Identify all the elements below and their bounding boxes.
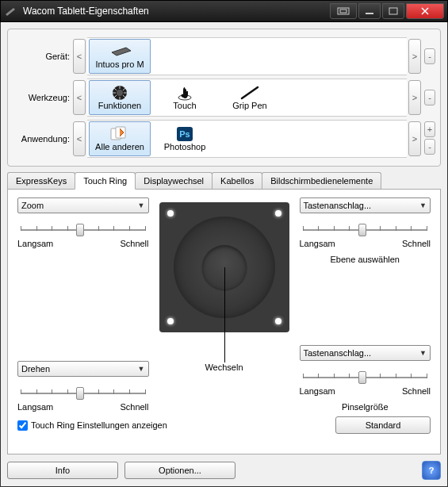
tool-remove-button[interactable]: - <box>424 90 435 105</box>
tool-label: Werkzeug: <box>13 93 70 102</box>
tab-bildschirmbedienelemente[interactable]: Bildschirmbedienelemente <box>262 172 381 190</box>
pen-icon <box>239 85 261 101</box>
window-extra-button[interactable] <box>330 3 357 19</box>
mode-dropdown-br[interactable]: Tastenanschlag... ▼ <box>300 345 431 361</box>
tab-expresskeys[interactable]: ExpressKeys <box>7 172 75 190</box>
options-button[interactable]: Optionen... <box>124 462 235 479</box>
tool-item-functions[interactable]: Funktionen <box>89 80 151 115</box>
device-prev-button[interactable]: < <box>73 39 86 74</box>
speed-slider-tr[interactable] <box>300 221 431 237</box>
tab-bar: ExpressKeys Touch Ring Displaywechsel Ka… <box>7 171 441 189</box>
standard-button[interactable]: Standard <box>335 416 431 434</box>
svg-rect-1 <box>340 10 347 13</box>
svg-rect-0 <box>338 8 349 14</box>
touch-ring-visual <box>159 202 289 332</box>
tablet-icon <box>109 44 131 59</box>
maximize-button[interactable] <box>382 3 404 19</box>
titlebar: Wacom Tablett-Eigenschaften <box>0 0 448 22</box>
mode-dropdown-tr[interactable]: Tastenanschlag... ▼ <box>300 197 431 213</box>
tab-touch-ring[interactable]: Touch Ring <box>75 172 136 190</box>
mode-dropdown-bl[interactable]: Drehen ▼ <box>17 361 149 377</box>
help-button[interactable]: ? <box>422 461 441 480</box>
app-next-button[interactable]: > <box>408 121 421 156</box>
device-remove-button[interactable]: - <box>424 48 435 64</box>
app-icon <box>4 5 17 17</box>
chevron-down-icon: ▼ <box>138 201 145 209</box>
extra-label-br: Pinselgröße <box>300 402 431 412</box>
touch-icon <box>174 85 196 101</box>
svg-line-16 <box>242 87 258 98</box>
app-prev-button[interactable]: < <box>73 121 86 156</box>
device-strip: Intuos pro M <box>87 37 407 75</box>
svg-rect-2 <box>366 13 373 14</box>
speed-slider-tl[interactable] <box>17 221 149 237</box>
device-label: Gerät: <box>13 52 70 61</box>
app-remove-button[interactable]: - <box>424 139 435 155</box>
speed-slider-bl[interactable] <box>17 385 149 401</box>
app-strip: Alle anderen Ps Photoshop <box>87 120 407 158</box>
chevron-down-icon: ▼ <box>419 201 427 209</box>
touch-ring-panel: Zoom ▼ Langsam Schnell <box>7 189 441 454</box>
window-title: Wacom Tablett-Eigenschaften <box>20 6 328 17</box>
app-label: Anwendung: <box>13 134 70 144</box>
device-next-button[interactable]: > <box>408 39 421 74</box>
app-add-button[interactable]: + <box>424 121 435 137</box>
extra-label-tr: Ebene auswählen <box>300 255 431 264</box>
app-item-photoshop[interactable]: Ps Photoshop <box>154 121 216 156</box>
ring-block-bottom-right: Tastenanschlag... ▼ Langsam Schnell Pins… <box>300 308 431 412</box>
svg-point-6 <box>117 90 123 96</box>
speed-slider-br[interactable] <box>300 369 431 385</box>
tool-item-grip-pen[interactable]: Grip Pen <box>219 80 281 115</box>
tab-displaywechsel[interactable]: Displaywechsel <box>135 172 213 190</box>
tool-prev-button[interactable]: < <box>73 80 86 115</box>
ring-block-bottom-left: Drehen ▼ Langsam Schnell <box>17 308 149 412</box>
all-apps-icon <box>109 126 131 142</box>
chevron-down-icon: ▼ <box>419 349 427 357</box>
functions-icon <box>109 85 131 101</box>
minimize-button[interactable] <box>358 3 381 19</box>
tool-next-button[interactable]: > <box>408 80 421 115</box>
tab-kabellos[interactable]: Kabellos <box>212 172 262 190</box>
tool-item-touch[interactable]: Touch <box>154 80 216 115</box>
ring-block-top-right: Tastenanschlag... ▼ Langsam Schnell Eben… <box>300 197 431 301</box>
app-item-all-others[interactable]: Alle anderen <box>89 121 151 156</box>
svg-marker-4 <box>112 48 131 56</box>
svg-rect-3 <box>389 8 397 14</box>
device-item-intuos[interactable]: Intuos pro M <box>89 39 151 74</box>
show-settings-checkbox[interactable]: Touch Ring Einstellungen anzeigen <box>17 420 335 431</box>
selector-panel: Gerät: < Intuos pro M > - Werkzeug: < <box>7 29 441 167</box>
photoshop-icon: Ps <box>174 126 196 142</box>
mode-dropdown-tl[interactable]: Zoom ▼ <box>17 197 149 213</box>
info-button[interactable]: Info <box>7 462 118 479</box>
svg-text:Ps: Ps <box>179 129 190 139</box>
close-button[interactable] <box>406 3 444 19</box>
chevron-down-icon: ▼ <box>138 365 145 373</box>
ring-center-label: Wechseln <box>205 362 243 372</box>
ring-block-top-left: Zoom ▼ Langsam Schnell <box>17 197 149 301</box>
tool-strip: Funktionen Touch Grip Pen <box>87 79 407 117</box>
